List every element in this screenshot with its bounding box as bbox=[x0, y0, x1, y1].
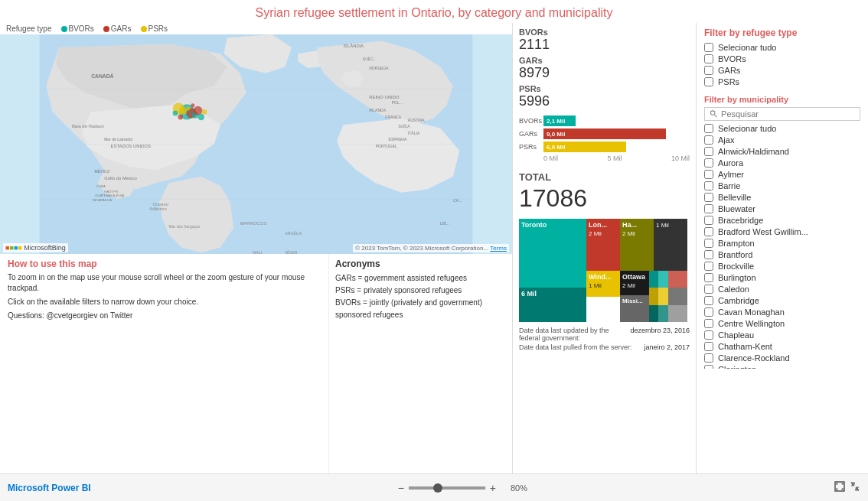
filter-municipality-item-1[interactable]: Ajax bbox=[704, 135, 860, 145]
checkbox-municipality-10[interactable] bbox=[704, 239, 713, 248]
filter-municipality-item-20[interactable]: Clarence-Rockland bbox=[704, 353, 860, 363]
tm-london[interactable]: Lon...2 Mil bbox=[586, 219, 620, 271]
checkbox-municipality-8[interactable] bbox=[704, 216, 713, 225]
search-box[interactable] bbox=[704, 107, 860, 121]
checkbox-municipality-20[interactable] bbox=[704, 353, 713, 363]
tm-small-2[interactable] bbox=[668, 271, 687, 288]
total-value: 17086 bbox=[519, 184, 690, 213]
checkbox-municipality-18[interactable] bbox=[704, 330, 713, 340]
label-municipality-17: Centre Wellington bbox=[718, 319, 785, 328]
filter-municipality-item-9[interactable]: Bradford West Gwillim... bbox=[704, 227, 860, 236]
filter-refugee-gars[interactable]: GARs bbox=[704, 66, 860, 75]
checkbox-municipality-19[interactable] bbox=[704, 342, 713, 351]
label-municipality-14: Caledon bbox=[718, 285, 749, 294]
zoom-in-button[interactable]: + bbox=[490, 482, 496, 494]
tm-6mil[interactable]: 6 Mil bbox=[519, 288, 586, 322]
checkbox-municipality-14[interactable] bbox=[704, 285, 713, 294]
view-icons bbox=[834, 481, 860, 494]
checkbox-municipality-4[interactable] bbox=[704, 170, 713, 179]
filter-municipality-item-14[interactable]: Caledon bbox=[704, 285, 860, 294]
checkbox-municipality-15[interactable] bbox=[704, 296, 713, 305]
zoom-out-button[interactable]: − bbox=[398, 482, 404, 494]
svg-text:CH...: CH... bbox=[453, 198, 462, 203]
svg-text:POL...: POL... bbox=[392, 100, 403, 105]
tm-small-4[interactable] bbox=[668, 288, 687, 304]
map-canvas[interactable]: CANADÁ Baia de Hudson Mar de Labrador ES… bbox=[0, 34, 512, 254]
filter-panel: Filter by refugee type Selecionar tudo B… bbox=[697, 23, 868, 473]
tm-dark[interactable]: 1 Mil bbox=[654, 219, 687, 271]
filter-municipality-item-13[interactable]: Burlington bbox=[704, 273, 860, 282]
checkbox-municipality-16[interactable] bbox=[704, 307, 713, 317]
checkbox-municipality-13[interactable] bbox=[704, 273, 713, 282]
tm-windsor[interactable]: Wind...1 Mil bbox=[586, 271, 620, 297]
filter-municipality-item-3[interactable]: Aurora bbox=[704, 158, 860, 168]
checkbox-municipality-0[interactable] bbox=[704, 124, 713, 133]
psrs-legend-label: PSRs bbox=[148, 24, 168, 33]
treemap[interactable]: Toronto Lon...2 Mil Ha...2 Mil 1 Mil Win… bbox=[519, 219, 687, 322]
filter-municipality-item-2[interactable]: Alnwick/Haldimand bbox=[704, 147, 860, 156]
filter-municipality-item-21[interactable]: Clarington bbox=[704, 365, 860, 369]
filter-municipality-item-10[interactable]: Brampton bbox=[704, 239, 860, 248]
filter-municipality-item-11[interactable]: Brantford bbox=[704, 250, 860, 259]
filter-municipality-item-0[interactable]: Selecionar tudo bbox=[704, 124, 860, 133]
filter-municipality-item-18[interactable]: Chapleau bbox=[704, 330, 860, 340]
checkbox-psrs[interactable] bbox=[704, 77, 713, 86]
filter-municipality-item-5[interactable]: Barrie bbox=[704, 181, 860, 190]
checkbox-municipality-3[interactable] bbox=[704, 158, 713, 168]
filter-refugee-psrs[interactable]: PSRs bbox=[704, 77, 860, 86]
checkbox-selectall-refugee[interactable] bbox=[704, 43, 713, 52]
checkbox-municipality-11[interactable] bbox=[704, 250, 713, 259]
filter-refugee-selectall[interactable]: Selecionar tudo bbox=[704, 43, 860, 52]
checkbox-municipality-9[interactable] bbox=[704, 227, 713, 236]
powerbi-link[interactable]: Microsoft Power BI bbox=[8, 483, 91, 493]
acronym-gars: GARs = government assisted refugees bbox=[335, 272, 506, 285]
svg-text:SUÍÇA: SUÍÇA bbox=[398, 124, 410, 129]
svg-text:ÁUSTRIA: ÁUSTRIA bbox=[408, 118, 426, 122]
municipality-search-input[interactable] bbox=[721, 109, 855, 119]
filter-municipality-item-6[interactable]: Belleville bbox=[704, 193, 860, 202]
checkbox-municipality-5[interactable] bbox=[704, 181, 713, 190]
tm-hamilton[interactable]: Ha...2 Mil bbox=[620, 219, 654, 271]
filter-municipality-item-8[interactable]: Bracebridge bbox=[704, 216, 860, 225]
zoom-slider[interactable] bbox=[409, 486, 485, 490]
fullscreen-icon[interactable] bbox=[834, 481, 845, 494]
svg-text:ESPANHA: ESPANHA bbox=[389, 137, 407, 142]
checkbox-municipality-21[interactable] bbox=[704, 365, 713, 369]
checkbox-municipality-17[interactable] bbox=[704, 319, 713, 328]
date-label-2: Date data last pulled from the server: bbox=[519, 343, 632, 351]
checkbox-municipality-7[interactable] bbox=[704, 204, 713, 213]
svg-text:ESTADOS UNIDOS: ESTADOS UNIDOS bbox=[111, 144, 151, 148]
tm-small-6[interactable] bbox=[668, 305, 687, 322]
how-to-text1: To zoom in on the map use your mouse scr… bbox=[8, 272, 321, 294]
filter-municipality-item-4[interactable]: Aylmer bbox=[704, 170, 860, 179]
filter-municipality-item-17[interactable]: Centre Wellington bbox=[704, 319, 860, 328]
filter-refugee-bvors[interactable]: BVORs bbox=[704, 54, 860, 63]
tm-mississauga[interactable]: Missi... bbox=[620, 295, 649, 322]
checkbox-gars[interactable] bbox=[704, 66, 713, 75]
bar-row-psrs: PSRs 6,0 Mil bbox=[519, 142, 690, 152]
how-to-title: How to use this map bbox=[8, 259, 321, 269]
bvors-stat: BVORs 2111 bbox=[519, 28, 690, 53]
checkbox-municipality-12[interactable] bbox=[704, 262, 713, 271]
bar-psrs-value: 6,0 Mil bbox=[547, 144, 565, 151]
filter-municipality-item-16[interactable]: Cavan Monaghan bbox=[704, 307, 860, 317]
checkbox-bvors[interactable] bbox=[704, 54, 713, 63]
svg-point-43 bbox=[173, 111, 178, 116]
filter-municipality-item-7[interactable]: Bluewater bbox=[704, 204, 860, 213]
tm-small-3[interactable] bbox=[649, 288, 668, 304]
checkbox-municipality-2[interactable] bbox=[704, 147, 713, 156]
label-municipality-20: Clarence-Rockland bbox=[718, 353, 790, 363]
filter-municipality-item-19[interactable]: Chatham-Kent bbox=[704, 342, 860, 351]
svg-text:Oceano: Oceano bbox=[152, 202, 168, 207]
bar-psrs-fill: 6,0 Mil bbox=[543, 142, 626, 152]
filter-municipality-item-15[interactable]: Cambridge bbox=[704, 296, 860, 305]
filter-municipality-item-12[interactable]: Brockville bbox=[704, 262, 860, 271]
svg-text:Golfo do México: Golfo do México bbox=[104, 176, 137, 181]
tm-small-5[interactable] bbox=[649, 305, 668, 322]
expand-icon[interactable] bbox=[850, 481, 860, 494]
checkbox-municipality-1[interactable] bbox=[704, 135, 713, 145]
how-to-text2: Click on the available filters to narrow… bbox=[8, 297, 321, 307]
tm-small-1[interactable] bbox=[649, 271, 668, 288]
checkbox-municipality-6[interactable] bbox=[704, 193, 713, 202]
zoom-percent: 80% bbox=[501, 483, 527, 493]
